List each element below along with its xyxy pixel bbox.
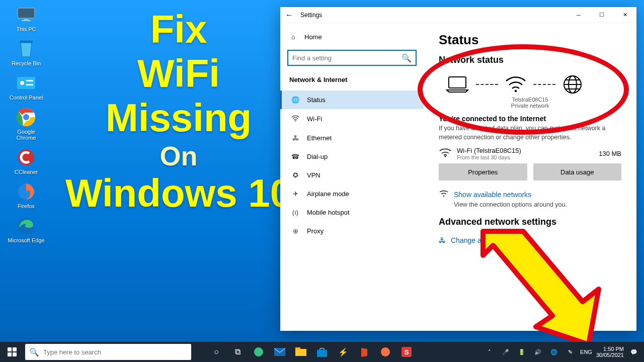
desktop-icon-ccleaner[interactable]: CCleaner: [7, 147, 45, 175]
close-button[interactable]: ✕: [613, 7, 636, 23]
taskbar-search-input[interactable]: [43, 348, 187, 356]
edge-taskbar-icon[interactable]: [249, 342, 269, 362]
tray-clock[interactable]: 1:50 PM 30/05/2021: [596, 346, 624, 358]
nav-airplane[interactable]: ✈Airplane mode: [280, 185, 424, 203]
page-title: Status: [439, 32, 621, 48]
connected-body: If you have a limited data plan, you can…: [439, 124, 621, 142]
svg-point-16: [515, 90, 517, 93]
minimize-button[interactable]: ─: [567, 7, 590, 23]
ethernet-icon: 🖧: [291, 134, 300, 142]
app-icon[interactable]: ⚡: [333, 342, 353, 362]
pc-icon: [16, 4, 37, 25]
system-tray: ˄ 🎤 🔋 🔊 🌐 ✎ ENG 1:50 PM 30/05/2021 💬: [484, 342, 644, 362]
home-icon: ⌂: [289, 33, 297, 41]
ccleaner-icon: [16, 147, 37, 168]
status-icon: 🌐: [291, 96, 300, 104]
home-link[interactable]: ⌂ Home: [280, 29, 424, 45]
snagit-icon[interactable]: S: [396, 342, 417, 362]
desktop-icon-label: Control Panel: [10, 95, 43, 101]
action-center-icon[interactable]: 💬: [628, 342, 640, 362]
office-icon[interactable]: [354, 342, 374, 362]
mail-icon[interactable]: [270, 342, 290, 362]
search-icon: 🔍: [29, 347, 39, 357]
tray-battery-icon[interactable]: 🔋: [516, 342, 528, 362]
search-icon: 🔍: [401, 53, 412, 63]
taskbar-pins: ○ ⧉ ⚡ S: [206, 342, 417, 362]
tray-language[interactable]: ENG: [580, 349, 592, 355]
wifi-icon: [291, 115, 300, 123]
settings-search-input[interactable]: [292, 54, 401, 62]
nav-hotspot[interactable]: (ı)Mobile hotspot: [280, 203, 424, 222]
svg-point-14: [295, 121, 296, 122]
tutorial-headline: Fix WiFi Missing On Windows 10: [65, 9, 292, 217]
data-usage-button[interactable]: Data usage: [533, 163, 622, 180]
adapter-icon: 🖧: [439, 236, 446, 244]
network-diagram: [446, 74, 621, 95]
tray-network-icon[interactable]: 🌐: [548, 342, 560, 362]
desktop-icon-recycle-bin[interactable]: Recycle Bin: [7, 38, 45, 66]
nav-wifi[interactable]: Wi-Fi: [280, 109, 424, 129]
desktop-icon-firefox[interactable]: Firefox: [7, 181, 45, 209]
nav-status[interactable]: 🌐Status: [280, 90, 424, 109]
desktop: This PC Recycle Bin Control Panel Google…: [0, 0, 644, 362]
connected-header: You're connected to the Internet: [439, 115, 621, 123]
tray-ime-icon[interactable]: ✎: [564, 342, 576, 362]
back-button[interactable]: ←: [280, 11, 298, 20]
show-networks-sub: View the connection options around you.: [454, 201, 621, 210]
svg-rect-24: [13, 347, 17, 351]
properties-button[interactable]: Properties: [439, 163, 527, 180]
svg-rect-15: [449, 77, 466, 88]
tray-mic-icon[interactable]: 🎤: [500, 342, 512, 362]
laptop-icon: [446, 76, 469, 93]
usage-amount: 130 MB: [599, 150, 621, 157]
svg-point-27: [254, 347, 263, 356]
desktop-icon-edge[interactable]: Microsoft Edge: [7, 215, 45, 243]
svg-rect-7: [26, 84, 33, 85]
nav-ethernet[interactable]: 🖧Ethernet: [280, 129, 424, 147]
maximize-button[interactable]: ☐: [590, 7, 613, 23]
task-view-icon[interactable]: ⧉: [227, 342, 248, 362]
desktop-icon-this-pc[interactable]: This PC: [7, 4, 45, 32]
show-networks-link[interactable]: Show available networks: [439, 190, 621, 199]
svg-rect-1: [24, 19, 29, 20]
taskbar-search[interactable]: 🔍: [25, 344, 191, 360]
settings-content: Status Network status TelstraE08C15 Priv…: [424, 23, 636, 331]
usage-row: Wi-Fi (TelstraE08C15) From the last 30 d…: [439, 147, 621, 160]
usage-sub: From the last 30 days: [457, 154, 521, 160]
wifi-small-icon: [439, 148, 452, 160]
nav-proxy[interactable]: ⊕Proxy: [280, 222, 424, 240]
desktop-icon-label: Recycle Bin: [12, 60, 41, 66]
svg-point-32: [381, 347, 390, 356]
cortana-icon[interactable]: ○: [206, 342, 226, 362]
settings-search[interactable]: 🔍: [287, 50, 417, 66]
bin-icon: [16, 38, 37, 59]
control-panel-icon: [16, 72, 37, 94]
tray-chevron-icon[interactable]: ˄: [484, 342, 496, 362]
svg-point-5: [20, 81, 24, 85]
airplane-icon: ✈: [291, 190, 300, 198]
store-icon[interactable]: [312, 342, 332, 362]
desktop-icon-label: Firefox: [18, 203, 35, 209]
start-button[interactable]: [0, 342, 24, 362]
svg-rect-31: [317, 350, 327, 357]
taskbar: 🔍 ○ ⧉ ⚡ S ˄ 🎤 🔋 🔊 🌐 ✎ ENG 1:50 PM 30/: [0, 342, 644, 362]
desktop-icon-chrome[interactable]: Google Chrome: [7, 107, 45, 141]
connection-line: [476, 84, 498, 85]
svg-rect-23: [8, 347, 12, 351]
dialup-icon: ☎: [291, 153, 300, 160]
desktop-icon-control-panel[interactable]: Control Panel: [7, 72, 45, 101]
firefox-taskbar-icon[interactable]: [375, 342, 395, 362]
wifi-large-icon: [505, 76, 526, 93]
svg-point-21: [443, 196, 444, 197]
nav-vpn[interactable]: ✪VPN: [280, 166, 424, 185]
nav-dialup[interactable]: ☎Dial-up: [280, 147, 424, 166]
section-header: Network & Internet: [280, 73, 424, 90]
settings-window: ← Settings ─ ☐ ✕ ⌂ Home 🔍 Network & Inte…: [280, 7, 636, 331]
svg-rect-6: [26, 80, 33, 81]
explorer-icon[interactable]: [291, 342, 311, 362]
svg-rect-29: [295, 349, 306, 356]
tray-volume-icon[interactable]: 🔊: [532, 342, 544, 362]
change-adapter-link[interactable]: 🖧 Change adapter options: [439, 236, 621, 244]
svg-rect-4: [17, 77, 35, 89]
svg-text:S: S: [405, 348, 409, 356]
